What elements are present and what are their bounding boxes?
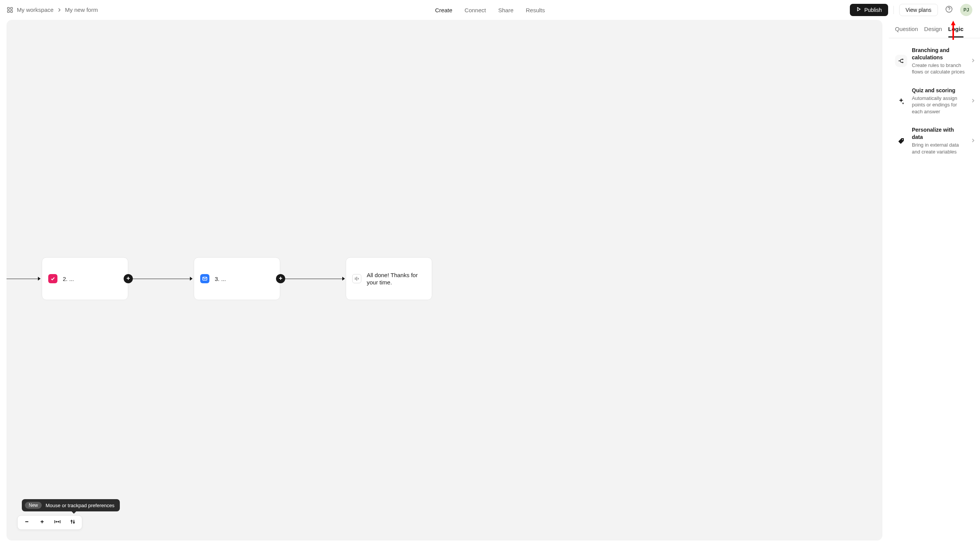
plus-icon — [278, 275, 283, 282]
tag-icon — [895, 135, 907, 147]
tab-create[interactable]: Create — [434, 7, 453, 13]
tab-connect[interactable]: Connect — [464, 7, 487, 13]
help-button[interactable] — [943, 4, 955, 16]
logic-quiz-row[interactable]: Quiz and scoring Automatically assign po… — [893, 85, 978, 118]
minus-icon — [24, 519, 29, 526]
logic-item-title: Personalize with data — [912, 126, 966, 141]
logic-flow: 2. ... 3. — [7, 257, 882, 303]
top-nav-tabs: Create Connect Share Results — [434, 0, 546, 20]
logic-item-desc: Automatically assign points or endings f… — [912, 95, 966, 115]
topbar: My workspace My new form Create Connect … — [0, 0, 980, 20]
view-plans-button[interactable]: View plans — [899, 4, 938, 16]
ending-bars-icon — [352, 274, 361, 283]
add-step-button[interactable] — [124, 274, 133, 283]
svg-point-7 — [71, 520, 72, 521]
logic-branching-row[interactable]: Branching and calculations Create rules … — [893, 44, 978, 78]
new-badge: New — [25, 502, 42, 509]
node-label: 3. ... — [215, 276, 226, 282]
check-icon — [48, 274, 57, 283]
logic-personalize-row[interactable]: Personalize with data Bring in external … — [893, 124, 978, 157]
panel-tab-design[interactable]: Design — [924, 26, 942, 38]
flow-node-question-3[interactable]: 3. ... — [194, 257, 280, 300]
plus-icon — [39, 519, 45, 526]
node-truncation: ... — [69, 276, 74, 282]
canvas[interactable]: 2. ... 3. — [7, 20, 882, 540]
right-panel: Question Design Logic Branching and calc… — [889, 20, 980, 547]
chevron-right-icon — [971, 57, 975, 64]
panel-tabs: Question Design Logic — [889, 20, 980, 38]
svg-rect-3 — [11, 10, 13, 12]
logic-item-title: Quiz and scoring — [912, 87, 966, 94]
zoom-toolbar — [17, 515, 82, 530]
svg-rect-0 — [8, 7, 10, 9]
fit-width-icon — [54, 519, 61, 526]
branch-icon — [895, 55, 907, 67]
node-label: 2. ... — [63, 276, 74, 282]
node-prefix: 3. — [215, 276, 220, 282]
svg-point-8 — [73, 522, 74, 523]
sparkle-icon — [895, 95, 907, 107]
flow-arrow — [133, 278, 192, 279]
node-truncation: ... — [221, 276, 226, 282]
breadcrumb: My workspace My new form — [7, 7, 98, 13]
canvas-area: 2. ... 3. — [0, 20, 889, 547]
mail-icon — [200, 274, 209, 283]
avatar[interactable]: PJ — [960, 4, 972, 16]
plus-icon — [126, 275, 131, 282]
help-icon — [945, 5, 953, 15]
logic-item-desc: Create rules to branch flows or calculat… — [912, 62, 966, 75]
zoom-in-button[interactable] — [34, 517, 50, 528]
svg-point-9 — [902, 139, 903, 140]
chevron-right-icon — [971, 137, 975, 144]
zoom-out-button[interactable] — [19, 517, 34, 528]
flow-arrow — [285, 278, 345, 279]
breadcrumb-current[interactable]: My new form — [65, 7, 98, 13]
logic-item-title: Branching and calculations — [912, 47, 966, 61]
settings-button[interactable] — [65, 517, 80, 528]
chevron-right-icon — [57, 8, 61, 12]
logic-item-desc: Bring in external data and create variab… — [912, 142, 966, 155]
topbar-actions: Publish View plans PJ — [850, 4, 972, 16]
play-icon — [856, 7, 861, 13]
workspace-grid-icon — [7, 7, 13, 13]
publish-label: Publish — [864, 7, 882, 13]
publish-button[interactable]: Publish — [850, 4, 888, 16]
preferences-tooltip: New Mouse or trackpad preferences — [22, 499, 120, 511]
tab-results[interactable]: Results — [525, 7, 546, 13]
fit-width-button[interactable] — [50, 517, 65, 528]
node-prefix: 2. — [63, 276, 68, 282]
tab-share[interactable]: Share — [497, 7, 514, 13]
breadcrumb-workspace[interactable]: My workspace — [17, 7, 54, 13]
panel-tab-logic[interactable]: Logic — [948, 26, 964, 38]
logic-options: Branching and calculations Create rules … — [889, 38, 980, 157]
flow-node-ending[interactable]: All done! Thanks for your time. — [346, 257, 432, 300]
sliders-icon — [70, 519, 75, 526]
tooltip-text: Mouse or trackpad preferences — [46, 503, 114, 508]
svg-rect-2 — [8, 10, 10, 12]
flow-node-question-2[interactable]: 2. ... — [42, 257, 128, 300]
add-step-button[interactable] — [276, 274, 285, 283]
node-label: All done! Thanks for your time. — [367, 271, 426, 286]
panel-tab-question[interactable]: Question — [895, 26, 918, 38]
svg-point-5 — [949, 10, 949, 11]
chevron-right-icon — [971, 98, 975, 105]
svg-rect-1 — [11, 7, 13, 9]
vertical-divider — [893, 6, 894, 14]
flow-arrow — [7, 278, 40, 279]
